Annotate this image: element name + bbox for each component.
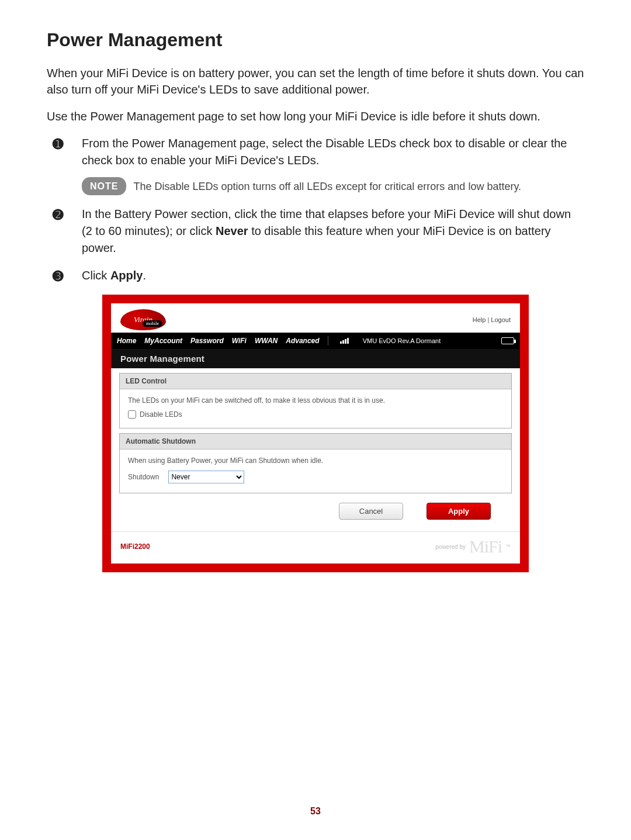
device-model: MiFi2200 [120, 542, 150, 551]
step-3-text-b: . [143, 269, 146, 282]
signal-icon [340, 338, 349, 344]
disable-leds-label: Disable LEDs [140, 410, 182, 419]
app-panel: Virgin mobile Help | Logout Home MyAccou… [102, 295, 529, 572]
nav-divider [328, 336, 328, 345]
led-control-section: LED Control The LEDs on your MiFi can be… [119, 373, 512, 428]
section-title-bar: Power Management [111, 349, 520, 368]
trademark-icon: ™ [505, 544, 511, 549]
nav-password[interactable]: Password [190, 337, 224, 345]
nav-advanced[interactable]: Advanced [286, 337, 319, 345]
step-1-text: From the Power Management page, select t… [82, 137, 567, 167]
step-3: ➌ Click Apply. [53, 267, 584, 284]
intro-paragraph-2: Use the Power Management page to set how… [47, 108, 584, 125]
step-2: ➋ In the Battery Power section, click th… [53, 206, 584, 257]
automatic-shutdown-section: Automatic Shutdown When using Battery Po… [119, 433, 512, 493]
automatic-shutdown-header: Automatic Shutdown [120, 434, 511, 450]
status-text: VMU EvDO Rev.A Dormant [363, 337, 441, 344]
note-text: The Disable LEDs option turns off all LE… [133, 179, 521, 194]
logout-link[interactable]: Logout [491, 316, 511, 323]
nav-bar: Home MyAccount Password WiFi WWAN Advanc… [111, 333, 520, 349]
nav-myaccount[interactable]: MyAccount [144, 337, 182, 345]
powered-by: powered by MiFi ™ [435, 537, 511, 556]
step-2-bold: Never [216, 224, 248, 237]
shutdown-select[interactable]: Never [168, 471, 244, 483]
disable-leds-row[interactable]: Disable LEDs [128, 410, 503, 419]
header-links: Help | Logout [473, 316, 511, 323]
disable-leds-checkbox[interactable] [128, 410, 136, 419]
step-2-number: ➋ [53, 206, 63, 224]
header-link-sep: | [486, 316, 491, 323]
shutdown-label: Shutdown [128, 473, 159, 481]
powered-by-label: powered by [435, 544, 466, 550]
nav-home[interactable]: Home [117, 337, 136, 345]
step-3-text-a: Click [82, 269, 110, 282]
step-3-bold: Apply [110, 269, 143, 282]
page-number: 53 [0, 806, 631, 817]
note-pill: NOTE [82, 177, 126, 195]
step-1-number: ➊ [53, 135, 63, 154]
page-title: Power Management [47, 29, 584, 51]
step-3-number: ➌ [53, 267, 63, 286]
battery-icon [501, 337, 514, 344]
step-1: ➊ From the Power Management page, select… [53, 135, 584, 195]
intro-paragraph-1: When your MiFi Device is on battery powe… [47, 65, 584, 98]
apply-button[interactable]: Apply [427, 503, 491, 520]
help-link[interactable]: Help [473, 316, 486, 323]
led-control-header: LED Control [120, 374, 511, 389]
automatic-shutdown-desc: When using Battery Power, your MiFi can … [128, 457, 503, 465]
nav-wwan[interactable]: WWAN [255, 337, 278, 345]
mifi-logo: MiFi [469, 537, 502, 556]
nav-wifi[interactable]: WiFi [232, 337, 247, 345]
brand-logo: Virgin mobile [120, 309, 166, 330]
brand-logo-sub: mobile [143, 320, 162, 327]
cancel-button[interactable]: Cancel [339, 503, 403, 520]
led-control-desc: The LEDs on your MiFi can be switched of… [128, 396, 503, 405]
